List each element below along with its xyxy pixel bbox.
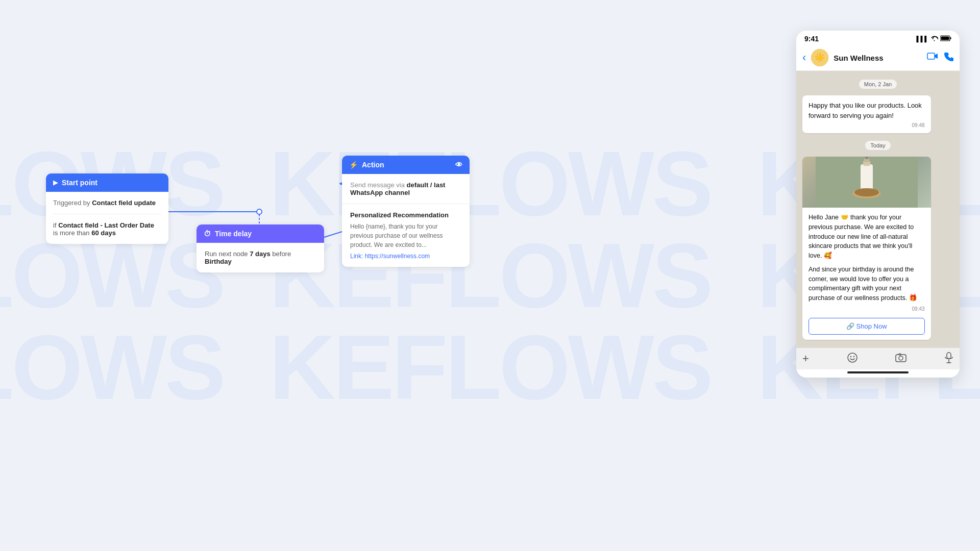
svg-point-25 <box>899 356 903 360</box>
home-indicator <box>796 369 960 378</box>
svg-point-23 <box>853 356 854 357</box>
message-time-1: 09:48 <box>808 122 925 128</box>
rec-title: Personalized Recommendation <box>350 211 461 219</box>
condition-field: Contact field - Last Order Date <box>58 221 154 229</box>
condition-prefix: if <box>53 221 57 229</box>
clock-icon: ⏱ <box>204 230 211 238</box>
date-jan-text: Mon, 2 Jan <box>859 80 897 89</box>
product-birthday-msg: And since your birthday is around the co… <box>808 265 925 303</box>
camera-icon[interactable] <box>895 353 906 364</box>
time-delay-body: Run next node 7 days before Birthday <box>197 243 324 272</box>
condition: if Contact field - Last Order Date is mo… <box>53 221 161 237</box>
lightning-icon: ⚡ <box>349 161 358 169</box>
chat-header: ‹ ☀️ Sun Wellness <box>796 45 960 71</box>
play-icon <box>53 179 58 186</box>
time-delay-suffix: before <box>272 250 291 258</box>
video-call-icon[interactable] <box>927 52 938 64</box>
send-msg-via: via <box>396 181 406 189</box>
back-button[interactable]: ‹ <box>802 51 806 64</box>
date-divider-today: Today <box>802 140 953 149</box>
message-bubble-1: Happy that you like our products. Look f… <box>802 95 931 133</box>
send-msg-prefix: Send message <box>350 181 395 189</box>
status-icons: ▌▌▌ <box>917 35 951 42</box>
triggered-value: Contact field update <box>92 199 156 207</box>
start-node: Start point Triggered by Contact field u… <box>46 173 168 244</box>
main-content: Start point Triggered by Contact field u… <box>0 0 980 551</box>
product-card: Hello Jane 🤝 thank you for your previous… <box>802 157 931 340</box>
send-message-section: Send message via default / last WhatsApp… <box>342 174 470 204</box>
svg-rect-15 <box>861 164 873 192</box>
time-delay-header: ⏱ Time delay <box>197 224 324 243</box>
time-delay-title: Time delay <box>215 230 252 238</box>
message-text-1: Happy that you like our products. Look f… <box>808 101 925 120</box>
action-body: Send message via default / last WhatsApp… <box>342 174 470 267</box>
sticker-icon[interactable] <box>847 352 858 365</box>
chat-name: Sun Wellness <box>834 54 922 62</box>
chat-input-bar: + <box>796 348 960 369</box>
time-delay-days: 7 days <box>250 250 270 258</box>
chat-body: Mon, 2 Jan Happy that you like our produ… <box>796 71 960 348</box>
svg-rect-12 <box>927 53 935 59</box>
wifi-icon <box>930 35 938 42</box>
action-header: ⚡ Action 👁 <box>342 156 470 174</box>
date-today-text: Today <box>865 141 890 150</box>
product-message-text: Hello Jane 🤝 thank you for your previous… <box>802 208 931 318</box>
avatar: ☀️ <box>811 49 828 66</box>
svg-text:☀️: ☀️ <box>815 53 825 62</box>
shop-now-label: 🔗 Shop Now <box>846 322 887 330</box>
svg-point-20 <box>854 188 879 196</box>
time-delay-prefix: Run next node <box>205 250 248 258</box>
svg-point-21 <box>848 353 857 362</box>
time-delay-node: ⏱ Time delay Run next node 7 days before… <box>197 224 324 272</box>
start-node-title: Start point <box>62 179 97 187</box>
battery-icon <box>940 35 951 42</box>
product-image <box>802 157 931 208</box>
phone-mockup: 9:41 ▌▌▌ <box>796 31 960 378</box>
product-greeting: Hello Jane 🤝 thank you for your previous… <box>808 213 925 261</box>
chat-actions <box>927 52 953 64</box>
start-node-header: Start point <box>46 173 168 192</box>
svg-rect-24 <box>896 355 906 362</box>
svg-point-1 <box>257 209 262 214</box>
eye-icon: 👁 <box>455 161 462 169</box>
mic-icon[interactable] <box>944 352 953 365</box>
plus-icon[interactable]: + <box>802 352 809 365</box>
recommendation-section: Personalized Recommendation Hello {name}… <box>342 204 470 267</box>
date-divider-jan: Mon, 2 Jan <box>802 79 953 88</box>
triggered-label: Triggered by <box>53 199 90 207</box>
status-time: 9:41 <box>804 35 819 43</box>
home-bar <box>847 371 909 373</box>
rec-body: Hello {name}, thank you for your previou… <box>350 222 461 249</box>
condition-op-text: is more than <box>53 229 90 237</box>
rec-link: Link: https://sunwellness.com <box>350 253 461 260</box>
time-delay-event: Birthday <box>205 258 232 265</box>
product-msg-time: 09:43 <box>808 305 925 313</box>
triggered-by: Triggered by Contact field update <box>53 199 161 214</box>
action-title: Action <box>362 161 384 169</box>
svg-rect-8 <box>950 37 951 39</box>
flow-connectors <box>0 0 510 551</box>
status-bar: 9:41 ▌▌▌ <box>796 31 960 45</box>
phone-call-icon[interactable] <box>944 52 953 64</box>
svg-point-22 <box>850 356 851 357</box>
shop-now-button[interactable]: 🔗 Shop Now <box>808 318 925 335</box>
condition-value: 60 days <box>91 229 116 237</box>
svg-rect-27 <box>947 353 951 359</box>
svg-rect-9 <box>941 37 949 40</box>
action-node: ⚡ Action 👁 Send message via default / la… <box>342 156 470 267</box>
signal-icon: ▌▌▌ <box>917 36 928 42</box>
